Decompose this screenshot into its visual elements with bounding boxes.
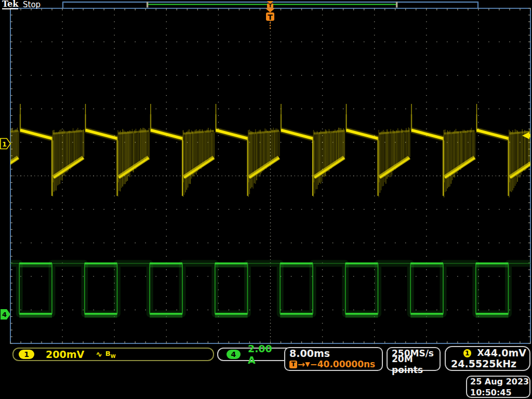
ch1-scale: 200mV — [46, 349, 84, 360]
scope-display: TT14 — [0, 0, 532, 399]
ac-coupling-icon: ∿ — [96, 350, 102, 359]
trigger-arrow-icon: → — [298, 359, 305, 370]
svg-text:4: 4 — [2, 311, 7, 318]
record-view-bar[interactable]: T — [63, 1, 478, 8]
trigger-slope-icon: X — [477, 348, 484, 358]
ch4-scale: 2.00 A — [248, 343, 280, 366]
oscilloscope-screen: { "colors": { "bg": "#000000", "frame": … — [0, 0, 532, 399]
record-window-right-bracket — [396, 2, 397, 8]
ch1-bandwidth-limit-icon: BW — [105, 350, 116, 359]
date-label: 25 Aug 2023 — [470, 376, 529, 387]
ch1-trace — [0, 104, 532, 197]
record-window-left-bracket — [147, 2, 148, 8]
trigger-t-icon: T — [289, 361, 297, 368]
trigger-source-badge: 1 — [463, 349, 471, 357]
ch1-badge: 1 — [19, 350, 34, 359]
trigger-frequency: 24.5525kHz — [451, 358, 516, 369]
svg-text:T: T — [269, 3, 272, 8]
acquisition-status: Stop — [23, 0, 41, 9]
ch1-level-marker[interactable]: 1 — [1, 139, 10, 149]
acquisition-readout[interactable]: 250MS/s 20M points — [387, 347, 441, 371]
trigger-position-marker[interactable]: T — [265, 8, 275, 29]
trigger-level: 44.0mV — [484, 348, 526, 358]
tek-logo: Tek — [2, 0, 18, 9]
ch1-readout[interactable]: 1 200mV ∿ BW — [12, 348, 214, 361]
timebase: 8.00ms — [289, 348, 330, 359]
ch4-badge: 4 — [227, 350, 241, 359]
svg-text:1: 1 — [2, 140, 7, 148]
ch4-level-marker[interactable]: 4 — [1, 309, 10, 320]
datetime-box: 25 Aug 2023 10:50:45 — [466, 376, 530, 398]
trigger-position: −40.00000ns — [310, 359, 375, 370]
trigger-tri-icon: ▼ — [305, 359, 310, 370]
ch4-trace — [0, 263, 532, 315]
record-length: 20M points — [392, 354, 440, 376]
trigger-readout[interactable]: 1 X 44.0mV 24.5525kHz — [445, 346, 530, 371]
time-label: 10:50:45 — [470, 387, 512, 398]
horizontal-readout[interactable]: 8.00ms T → ▼ −40.00000ns — [284, 347, 383, 371]
svg-text:T: T — [268, 13, 273, 21]
